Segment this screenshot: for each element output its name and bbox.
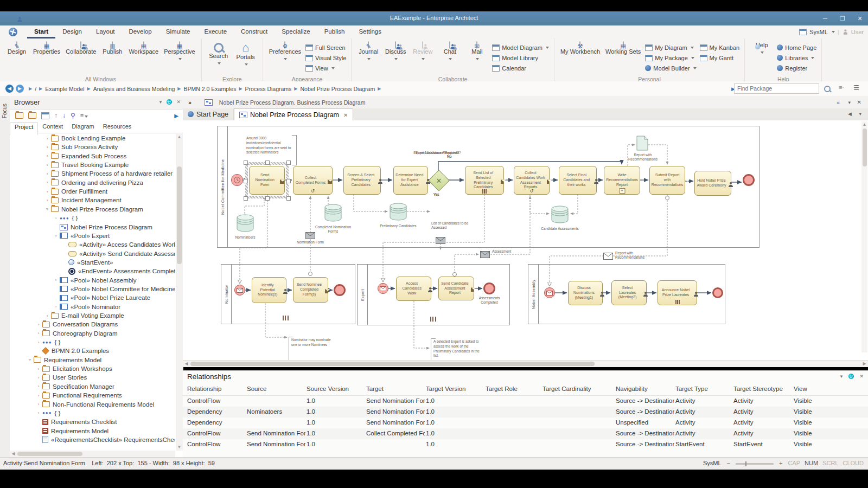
tree-item[interactable]: ›Travel Booking Example [10,160,175,169]
browser-menu-icon[interactable]: ≡ [80,112,88,119]
column-header-target-version[interactable]: Target Version [426,386,484,392]
tree-item[interactable]: «EndEvent» Assessments Complete [10,267,175,275]
bpmn-timer-event[interactable] [231,174,243,186]
bpmn-task[interactable]: Write Recommendations Report+ [604,166,640,195]
bpmn-task[interactable]: Access Candidates Work [396,277,431,301]
bpmn-task[interactable]: Send List of Selected Preliminary Candid… [465,166,504,195]
rel-dropdown-icon[interactable]: ▾ [840,374,843,379]
column-header-relationship[interactable]: Relationship [187,386,246,392]
collapse-chevrons-icon[interactable]: « [837,99,840,106]
breadcrumb-item[interactable]: Analysis and Business Modeling [93,86,175,92]
tree-item[interactable]: ›«Pool» Nominator [10,303,175,311]
selection-handle[interactable] [286,196,291,201]
bpmn-task[interactable]: Collect Completed Forms↺ [293,166,333,195]
bpmn-datastore[interactable] [236,214,254,233]
preferences-button[interactable]: ⚙Preferences [266,41,304,62]
ribbon-tab-execute[interactable]: Execute [197,25,234,38]
bpmn-datastore[interactable] [551,205,569,224]
discuss-button[interactable]: Discuss [382,41,409,62]
perspective-selector[interactable]: SysML [809,29,828,35]
focus-side-tab[interactable]: Focus [0,96,10,457]
selection-handle[interactable] [265,196,270,201]
tree-item[interactable]: ›●●●{ } [10,214,175,222]
design-button[interactable]: ✎Design [3,41,30,56]
bpmn-message-event[interactable] [378,283,388,294]
chat-button[interactable]: Chat [436,41,463,62]
ribbon-tab-publish[interactable]: Publish [317,25,352,38]
tree-item[interactable]: ▿Nobel Prize Process Diagram [10,205,175,214]
selection-handle[interactable] [244,196,248,201]
column-header-navigability[interactable]: Navigability [616,386,674,392]
breadcrumb-item[interactable]: Process Diagrams [245,86,292,92]
ribbon-tab-develop[interactable]: Develop [122,25,159,38]
tab-nav-left-icon[interactable]: ◀ [848,111,852,117]
bpmn-task[interactable]: Determine Need for Expert Assistance [393,166,428,195]
bpmn-task[interactable]: Collect Candidates Work Assessment Repor… [514,166,550,195]
column-header-target-type[interactable]: Target Type [675,386,732,392]
column-header-target-stereotype[interactable]: Target Stereotype [733,386,793,392]
bpmn-message-event[interactable] [234,285,245,296]
tree-item[interactable]: BPMN 2.0 Examples [10,346,175,355]
my-package-button[interactable]: My Package [643,53,698,63]
panel-dropdown-icon[interactable]: ▾ [848,100,851,105]
selection-handle[interactable] [286,179,291,183]
table-row[interactable]: DependencyNominatoers1.0Send Nomination … [183,407,868,418]
breadcrumb-item[interactable]: Example Model [45,86,84,92]
model-builder-button[interactable]: Model Builder [643,63,698,73]
canvas-vscrollbar[interactable]: ▲ [861,121,867,352]
tree-item[interactable]: ›Book Lending Example [10,134,175,143]
tree-item[interactable]: «Pool» Nobel Prize Laureate [10,293,175,302]
model-diagram-button[interactable]: Model Diagram [490,42,551,53]
table-row[interactable]: ControlFlowSend Nomination Form1.0Collec… [183,428,868,439]
panel-expand-icon[interactable]: ▶ [174,113,178,119]
breadcrumb-item[interactable]: Nobel Prize Process Diagram [300,86,375,92]
ribbon-tab-settings[interactable]: Settings [352,25,388,38]
tree-hscrollbar[interactable]: ◀ [10,451,175,457]
breadcrumb-item[interactable]: BPMN 2.0 Examples [184,86,237,92]
sort-icon[interactable]: ≡· [839,84,844,91]
bpmn-message-event[interactable] [544,287,555,298]
zoom-out-icon[interactable]: − [727,460,730,466]
ribbon-tab-specialize[interactable]: Specialize [275,25,317,38]
bpmn-task[interactable]: Announce Nobel Prize Laureates [658,280,697,305]
new-diagram-icon[interactable] [41,112,49,119]
browser-tab-diagram[interactable]: Diagram [67,122,99,134]
mail-button[interactable]: ✉Mail [463,41,490,62]
tree-scrollbar[interactable]: ▲ ▼ [176,134,183,451]
tree-item[interactable]: ›E-mail Voting Example [10,311,175,320]
search-button[interactable]: Search [205,41,232,67]
my-diagram-button[interactable]: My Diagram [643,42,698,53]
bpmn-datastore[interactable] [389,202,407,222]
tree-item[interactable]: Nobel Prize Process Diagram [10,223,175,232]
table-row[interactable]: Dependency1.0Send Nomination Form1.0Unsp… [183,418,868,428]
table-row[interactable]: ControlFlow1.0Send Nomination Form1.0Sou… [183,396,868,407]
ribbon-tab-layout[interactable]: Layout [89,25,122,38]
tree-item[interactable]: ›Choreography Diagram [10,329,175,338]
my-gantt-button[interactable]: My Gantt [698,53,742,63]
find-in-browser-icon[interactable]: ⚲ [71,112,75,119]
register-button[interactable]: Register [775,63,818,73]
journal-button[interactable]: ✎Journal [355,41,382,62]
ea-menu-icon[interactable] [9,28,17,36]
minimize-button[interactable]: ─ [817,11,833,25]
bpmn-task[interactable]: Send Nominee Completed Form(s) [293,277,328,303]
browser-tab-resources[interactable]: Resources [99,122,136,134]
bpmn-data-object[interactable] [636,136,648,151]
tree-item[interactable]: ›Order Fulfillment [10,187,175,196]
properties-button[interactable]: ▦Properties [30,41,63,56]
open-project-icon[interactable] [15,112,23,119]
zoom-in-icon[interactable]: + [779,460,782,466]
bpmn-datastore[interactable] [324,203,342,223]
column-header-target-cardinality[interactable]: Target Cardinality [542,386,615,392]
workspace-button[interactable]: ▤Workspace [126,41,161,56]
full-screen-button[interactable]: Full Screen [304,42,348,53]
bpmn-task[interactable]: Screen & Select Preliminary Candidates [343,166,381,195]
ribbon-tab-start[interactable]: Start [27,25,55,38]
tree-item[interactable]: ›«Pool» Nobel Assembly [10,276,175,285]
tree-item[interactable]: ▿Requirements Model [10,356,175,364]
status-perspective[interactable]: SysML [703,460,722,466]
tree-item[interactable]: ›Non-Functional Requirements Model [10,400,175,409]
tab-start-page[interactable]: Start Page [183,108,234,120]
visual-style-button[interactable]: Visual Style [304,53,348,63]
rel-pin-icon[interactable]: ⛎ [848,374,854,379]
